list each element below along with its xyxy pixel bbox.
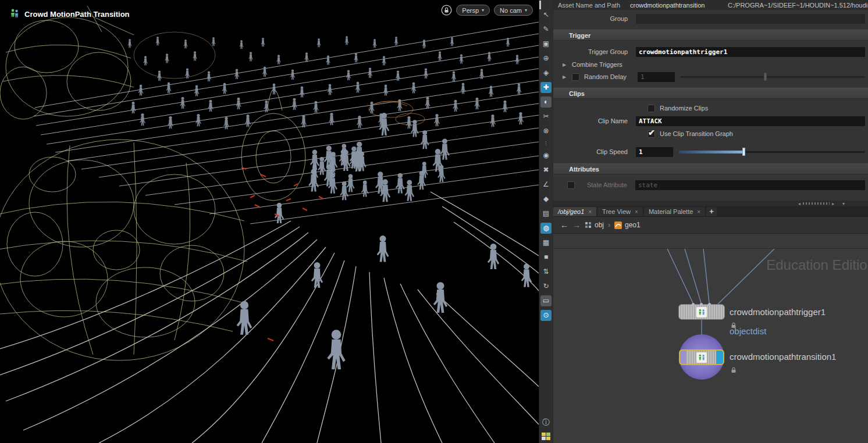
clip-name-field[interactable] bbox=[636, 116, 865, 126]
breadcrumb-separator: › bbox=[608, 221, 610, 229]
lock-flag-icon[interactable] bbox=[731, 365, 737, 376]
network-editor[interactable]: Education Edition bbox=[553, 249, 868, 443]
measure-tool-icon[interactable]: ∠ bbox=[540, 179, 552, 190]
tab-obj-geo1[interactable]: /obj/geo1 × bbox=[553, 207, 596, 216]
collapse-arrow-icon[interactable]: ▶ bbox=[560, 62, 568, 67]
toolbar-footer: ⓘ bbox=[539, 408, 553, 443]
forward-icon[interactable]: → bbox=[572, 220, 581, 230]
flatten-tool-icon[interactable]: ▤ bbox=[540, 208, 552, 219]
trigger-group-label: Trigger Group bbox=[553, 48, 636, 55]
snap-target-icon[interactable]: ⊕ bbox=[540, 53, 552, 64]
asset-name-label: Asset Name and Path bbox=[553, 2, 630, 9]
houdini-window: Crowd MotionPath Transition Persp ▾ No c… bbox=[0, 0, 868, 443]
section-attributes[interactable]: Attributes bbox=[553, 163, 868, 174]
collapse-right-icon[interactable]: ▸ bbox=[832, 201, 834, 206]
group-field[interactable] bbox=[636, 14, 865, 24]
secure-selection-icon[interactable]: ▣ bbox=[540, 38, 552, 49]
info-icon[interactable]: ⓘ bbox=[540, 417, 552, 428]
tab-material-palette[interactable]: Material Palette × bbox=[644, 207, 705, 216]
pane-menu-icon[interactable]: ▾ bbox=[842, 201, 845, 206]
node-label-trigger: crowdmotionpathtrigger1 bbox=[730, 307, 826, 317]
desktop-grid-icon[interactable] bbox=[542, 433, 550, 441]
breadcrumb-obj[interactable]: obj bbox=[585, 221, 604, 229]
section-trigger[interactable]: Trigger bbox=[553, 30, 868, 41]
box-tool-icon[interactable]: ■ bbox=[540, 252, 552, 263]
chevron-down-icon: ▾ bbox=[482, 8, 484, 13]
crowd-transition-icon bbox=[9, 8, 20, 20]
node-crowdmotionpathtransition1[interactable] bbox=[679, 349, 724, 365]
screen-tool-icon[interactable]: ▭ bbox=[540, 295, 552, 306]
combine-triggers-label: Combine Triggers bbox=[572, 61, 622, 68]
breadcrumb-geo1[interactable]: geo1 bbox=[614, 221, 641, 229]
select-tool-icon[interactable]: ↖ bbox=[540, 9, 552, 20]
splitter-grip[interactable] bbox=[803, 202, 830, 205]
crowd-node-icon bbox=[696, 352, 707, 363]
input-dot-icon[interactable] bbox=[692, 303, 695, 306]
add-tab-button[interactable]: + bbox=[706, 207, 717, 216]
clip-speed-field[interactable] bbox=[636, 147, 673, 157]
close-tab-icon[interactable]: × bbox=[635, 209, 638, 215]
back-icon[interactable]: ← bbox=[560, 220, 568, 230]
viewport-toolbar: ↖✎▣⊕◈✚◐✂⊗⋮◉✖∠◆▤◍▦■⇅↻▭⊙ bbox=[539, 0, 553, 443]
close-tab-icon[interactable]: × bbox=[697, 209, 700, 215]
brush-tool-icon[interactable]: ◆ bbox=[540, 194, 552, 205]
scene-viewport[interactable]: Crowd MotionPath Transition Persp ▾ No c… bbox=[0, 0, 539, 443]
crowd-node-icon bbox=[696, 307, 707, 317]
adjust-tool-icon[interactable]: ✖ bbox=[540, 165, 552, 176]
random-delay-checkbox[interactable] bbox=[572, 73, 579, 81]
delete-tool-icon[interactable]: ⊗ bbox=[540, 126, 552, 137]
objectdist-link[interactable]: objectdist bbox=[730, 326, 766, 336]
input-dot-icon[interactable] bbox=[708, 303, 711, 306]
clip-speed-slider[interactable] bbox=[679, 147, 865, 156]
parameter-pane: Asset Name and Path crowdmotionpathtrans… bbox=[553, 0, 868, 201]
clip-speed-label: Clip Speed bbox=[553, 148, 636, 155]
lamp-tool-icon[interactable]: ⊙ bbox=[540, 310, 552, 321]
use-clip-transition-graph-checkbox[interactable]: ✔ bbox=[648, 130, 655, 138]
viewport-scene bbox=[0, 0, 539, 443]
section-clips[interactable]: Clips bbox=[553, 88, 868, 99]
display-flag[interactable] bbox=[716, 351, 723, 364]
checkmark-icon: ✔ bbox=[648, 128, 655, 137]
handles-tool-icon[interactable]: ◈ bbox=[540, 67, 552, 78]
tab-tree-view[interactable]: Tree View × bbox=[597, 207, 643, 216]
random-delay-field[interactable] bbox=[638, 72, 675, 82]
close-tab-icon[interactable]: × bbox=[588, 209, 592, 215]
trigger-group-field[interactable] bbox=[636, 47, 865, 57]
random-delay-slider[interactable] bbox=[681, 72, 865, 81]
state-attribute-field[interactable] bbox=[635, 180, 865, 190]
randomize-clips-checkbox[interactable] bbox=[648, 105, 655, 112]
camera-select-button[interactable]: No cam ▾ bbox=[494, 5, 533, 16]
node-left-flag[interactable] bbox=[680, 351, 686, 364]
random-delay-label: Random Delay bbox=[584, 73, 638, 80]
viewport-title: Crowd MotionPath Transition bbox=[24, 10, 130, 19]
collapse-left-icon[interactable]: ◂ bbox=[798, 201, 801, 206]
cut-tool-icon[interactable]: ✂ bbox=[540, 111, 552, 122]
rotate-view-icon[interactable]: ↻ bbox=[540, 281, 552, 292]
network-icon bbox=[585, 222, 592, 228]
pattern-tool-icon[interactable]: ▦ bbox=[540, 237, 552, 248]
network-path-bar: ← → obj › geo1 bbox=[553, 216, 868, 234]
draw-tool-icon[interactable]: ✎ bbox=[540, 24, 552, 35]
camera-lock-icon[interactable] bbox=[441, 5, 452, 16]
persp-view-button[interactable]: Persp ▾ bbox=[456, 5, 490, 16]
pin-tool-icon[interactable]: ◉ bbox=[540, 150, 552, 161]
node-label-transition: crowdmotionpathtransition1 bbox=[730, 352, 836, 362]
sculpt-tool-icon[interactable]: ◍ bbox=[540, 223, 552, 234]
asset-path-value: C:/PROGRA~1/SIDEEF~1/HOUDIN~1.512/houdin bbox=[728, 2, 868, 9]
state-attribute-checkbox[interactable] bbox=[567, 181, 575, 189]
pane-tabs-bar: /obj/geo1 × Tree View × Material Palette… bbox=[553, 206, 868, 216]
network-menubar bbox=[553, 234, 868, 249]
randomize-clips-label: Randomize Clips bbox=[660, 105, 708, 112]
viewport-header: Crowd MotionPath Transition bbox=[9, 8, 130, 20]
node-crowdmotionpathtrigger1[interactable] bbox=[678, 304, 725, 320]
pose-tool-icon[interactable]: ◐ bbox=[540, 97, 552, 108]
right-pane: Asset Name and Path crowdmotionpathtrans… bbox=[553, 0, 868, 443]
use-clip-transition-graph-label: Use Clip Transition Graph bbox=[660, 130, 733, 137]
translate-tool-icon[interactable]: ✚ bbox=[540, 82, 552, 93]
sort-tool-icon[interactable]: ⇅ bbox=[540, 266, 552, 277]
collapse-arrow-icon[interactable]: ▶ bbox=[560, 74, 568, 80]
strip-scrollbar[interactable] bbox=[539, 1, 541, 9]
overflow-dots-icon[interactable]: ⋮ bbox=[540, 140, 552, 147]
pane-splitter[interactable]: ◂ ▸ ▾ bbox=[553, 201, 868, 206]
input-dot-icon[interactable] bbox=[700, 303, 703, 306]
